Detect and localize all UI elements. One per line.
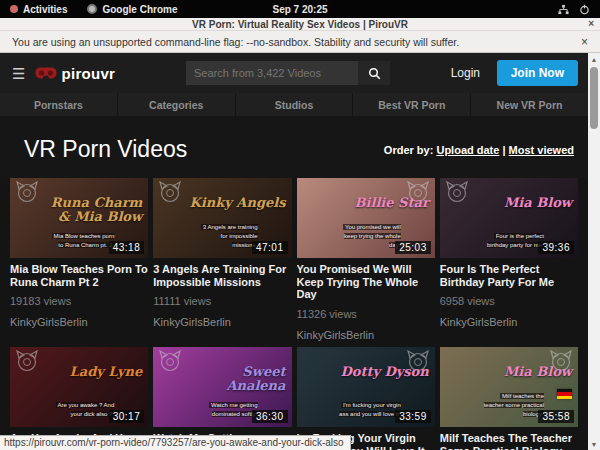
- thumbnail-caption: I'm fucking your virgin ass and you will…: [338, 401, 401, 419]
- system-top-bar: Activities Google Chrome Sep 7 20:25: [0, 0, 600, 18]
- page-head: VR Porn Videos Order by: Upload date | M…: [0, 116, 588, 178]
- activities-dot-icon: [10, 5, 18, 13]
- video-duration-badge: 47:01: [252, 241, 288, 254]
- video-title[interactable]: 3 Angels Are Training For Impossible Mis…: [153, 263, 291, 288]
- thumbnail-performer-name: Runa Charm & Mia Blow: [40, 196, 142, 223]
- order-upload-date-link[interactable]: Upload date: [436, 144, 499, 156]
- search-icon: [368, 67, 381, 80]
- studio-cat-mask-watermark-icon: [15, 350, 39, 372]
- site-nav: PornstarsCategoriesStudiosBest VR PornNe…: [0, 93, 588, 116]
- thumbnail-performer-name: Sweet Analena: [183, 365, 285, 392]
- vertical-scrollbar[interactable]: ▲ ▼: [588, 53, 600, 450]
- order-most-viewed-link[interactable]: Most viewed: [509, 144, 574, 156]
- menu-hamburger-icon[interactable]: ☰: [12, 66, 25, 81]
- site-logo-text: pirouvr: [61, 65, 115, 82]
- video-thumbnail[interactable]: Billie Star You promised we will keep tr…: [297, 178, 435, 258]
- video-views: 19183 views: [10, 295, 148, 307]
- scrollbar-thumb[interactable]: [590, 67, 598, 129]
- chrome-infobar: You are using an unsupported command-lin…: [0, 31, 600, 53]
- status-url-tooltip: https://pirouvr.com/vr-porn-video/779325…: [0, 435, 351, 450]
- activities-label: Activities: [23, 4, 67, 15]
- chrome-taskbar-label: Google Chrome: [102, 4, 177, 15]
- video-thumbnail[interactable]: Lady Lyne Are you awake ? And your dick …: [10, 347, 148, 427]
- video-title[interactable]: Milf Teaches The Teacher Some Practical …: [440, 432, 578, 450]
- thumbnail-caption: You promised we will keep trying the who…: [338, 223, 401, 250]
- video-studio-link[interactable]: KinkyGirlsBerlin: [440, 316, 578, 328]
- window-titlebar: VR Porn: Virtual Reality Sex Videos | Pi…: [0, 18, 600, 31]
- video-duration-badge: 25:03: [395, 241, 431, 254]
- power-icon[interactable]: [579, 4, 590, 15]
- window-close-icon[interactable]: ×: [588, 18, 594, 29]
- network-icon[interactable]: [558, 4, 569, 15]
- video-studio-link[interactable]: KinkyGirlsBerlin: [153, 316, 291, 328]
- video-card[interactable]: Runa Charm & Mia Blow Mia Blow teaches p…: [10, 178, 148, 341]
- thumbnail-performer-name: Lady Lyne: [40, 365, 142, 379]
- screen: Activities Google Chrome Sep 7 20:25 VR …: [0, 0, 600, 450]
- scrollbar-down-arrow-icon[interactable]: ▼: [588, 438, 600, 450]
- thumbnail-performer-name: Dotty Dyson: [327, 365, 429, 379]
- video-views: 6958 views: [440, 295, 578, 307]
- video-views: 11111 views: [153, 295, 291, 307]
- video-thumbnail[interactable]: Sweet Analena Watch me getting dominated…: [153, 347, 291, 427]
- browser-viewport: ☰ pirouvr: [0, 53, 600, 450]
- infobar-message: You are using an unsupported command-lin…: [12, 36, 459, 48]
- video-title[interactable]: Mia Blow Teaches Porn To Runa Charm Pt 2: [10, 263, 148, 288]
- join-now-button[interactable]: Join Now: [497, 60, 578, 86]
- order-by: Order by: Upload date | Most viewed: [384, 144, 574, 156]
- thumbnail-caption: Watch me getting dominated softly: [195, 401, 258, 419]
- video-thumbnail[interactable]: Kinky Angels 3 Angels are training for i…: [153, 178, 291, 258]
- video-duration-badge: 39:36: [538, 241, 574, 254]
- chrome-taskbar-item[interactable]: Google Chrome: [77, 0, 187, 18]
- video-card[interactable]: Mia Blow Four is the perfect birthday pa…: [440, 178, 578, 341]
- video-studio-link[interactable]: KinkyGirlsBerlin: [10, 316, 148, 328]
- studio-cat-mask-watermark-icon: [158, 181, 182, 203]
- nav-item-best-vr-porn[interactable]: Best VR Porn: [352, 93, 470, 116]
- german-flag-icon: [557, 389, 572, 399]
- nav-item-categories[interactable]: Categories: [117, 93, 235, 116]
- scrollbar-up-arrow-icon[interactable]: ▲: [588, 53, 600, 65]
- thumbnail-caption: Are you awake ? And your dick also ?: [51, 401, 114, 419]
- video-card[interactable]: Billie Star You promised we will keep tr…: [297, 178, 435, 341]
- video-title[interactable]: You Promised We Will Keep Trying The Who…: [297, 263, 435, 301]
- site-header: ☰ pirouvr: [0, 53, 588, 93]
- studio-cat-mask-watermark-icon: [15, 181, 39, 203]
- login-link[interactable]: Login: [451, 66, 480, 80]
- window-title: VR Porn: Virtual Reality Sex Videos | Pi…: [192, 19, 408, 30]
- video-title[interactable]: Four Is The Perfect Birthday Party For M…: [440, 263, 578, 288]
- vr-goggles-icon: [35, 67, 57, 80]
- video-duration-badge: 33:59: [395, 410, 431, 423]
- nav-item-studios[interactable]: Studios: [235, 93, 353, 116]
- video-duration-badge: 35:58: [538, 410, 574, 423]
- nav-item-pornstars[interactable]: Pornstars: [0, 93, 117, 116]
- video-views: 11326 views: [297, 308, 435, 320]
- video-thumbnail[interactable]: Mia Blow Milf teaches the teacher some p…: [440, 347, 578, 427]
- page-title: VR Porn Videos: [24, 136, 187, 163]
- thumbnail-caption: 3 Angels are training for impossible mis…: [195, 223, 258, 250]
- studio-cat-mask-watermark-icon: [158, 350, 182, 372]
- thumbnail-performer-name: Billie Star: [327, 196, 429, 210]
- order-separator: |: [502, 144, 505, 156]
- video-card[interactable]: Mia Blow Milf teaches the teacher some p…: [440, 347, 578, 450]
- thumbnail-caption: Four is the perfect birthday party for m…: [481, 232, 544, 250]
- nav-item-new-vr-porn[interactable]: New VR Porn: [470, 93, 588, 116]
- activities-button[interactable]: Activities: [0, 0, 77, 18]
- video-studio-link[interactable]: KinkyGirlsBerlin: [297, 329, 435, 341]
- studio-cat-mask-watermark-icon: [445, 181, 469, 203]
- thumbnail-performer-name: Kinky Angels: [183, 196, 285, 210]
- site-logo[interactable]: pirouvr: [35, 65, 115, 82]
- search-button[interactable]: [358, 61, 390, 85]
- thumbnail-caption: Mia Blow teaches porn to Runa Charm pt. …: [51, 232, 114, 250]
- video-thumbnail[interactable]: Mia Blow Four is the perfect birthday pa…: [440, 178, 578, 258]
- video-thumbnail[interactable]: Runa Charm & Mia Blow Mia Blow teaches p…: [10, 178, 148, 258]
- video-grid: Runa Charm & Mia Blow Mia Blow teaches p…: [0, 178, 588, 450]
- chrome-icon: [87, 4, 97, 14]
- video-duration-badge: 30:17: [109, 410, 145, 423]
- search-input[interactable]: [186, 61, 358, 85]
- infobar-close-icon[interactable]: ×: [581, 35, 588, 49]
- video-duration-badge: 36:30: [252, 410, 288, 423]
- thumbnail-performer-name: Mia Blow: [470, 196, 572, 210]
- thumbnail-performer-name: Mia Blow: [470, 365, 572, 379]
- video-card[interactable]: Kinky Angels 3 Angels are training for i…: [153, 178, 291, 341]
- search-bar: [186, 61, 390, 85]
- video-thumbnail[interactable]: Dotty Dyson I'm fucking your virgin ass …: [297, 347, 435, 427]
